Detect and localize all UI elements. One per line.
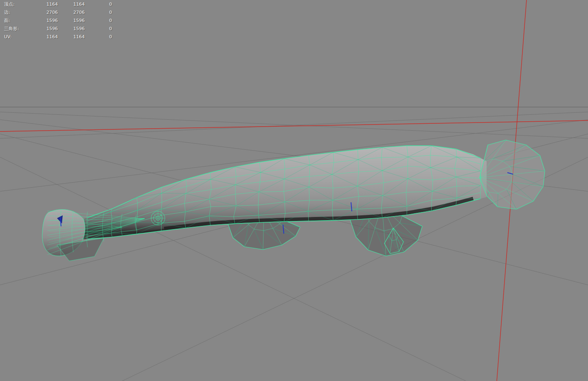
stats-count-visible: 2706 bbox=[58, 9, 85, 17]
fish-wireframe-model[interactable] bbox=[42, 140, 545, 261]
stats-row: 边:270627060 bbox=[4, 9, 112, 17]
stats-count-visible: 1596 bbox=[58, 17, 85, 25]
stats-label: 边: bbox=[4, 9, 37, 17]
stats-label: 三角形: bbox=[4, 25, 37, 33]
scene-svg bbox=[0, 0, 588, 381]
stats-row: 面:159615960 bbox=[4, 17, 112, 25]
stats-count-total: 1164 bbox=[37, 33, 58, 41]
stats-row: UV:116411640 bbox=[4, 33, 112, 41]
fish-eye bbox=[151, 211, 165, 225]
stats-count-total: 1596 bbox=[37, 25, 58, 33]
stats-label: 顶点: bbox=[4, 0, 37, 9]
stats-label: 面: bbox=[4, 17, 37, 25]
stats-count-visible: 1164 bbox=[58, 33, 85, 41]
stats-count-total: 1596 bbox=[37, 17, 58, 25]
stats-count-selected: 0 bbox=[85, 17, 112, 25]
stats-count-selected: 0 bbox=[85, 25, 112, 33]
stats-count-visible: 1164 bbox=[58, 0, 85, 9]
stats-label: UV: bbox=[4, 33, 37, 41]
tail-fin bbox=[480, 140, 545, 209]
stats-count-selected: 0 bbox=[85, 9, 112, 17]
stats-count-total: 1164 bbox=[37, 0, 58, 9]
stats-count-selected: 0 bbox=[85, 33, 112, 41]
3d-viewport[interactable]: 顶点:116411640边:270627060面:159615960三角形:15… bbox=[0, 0, 588, 381]
stats-row: 顶点:116411640 bbox=[4, 0, 112, 9]
stats-count-total: 2706 bbox=[37, 9, 58, 17]
stats-count-visible: 1596 bbox=[58, 25, 85, 33]
stats-count-selected: 0 bbox=[85, 0, 112, 9]
stats-overlay: 顶点:116411640边:270627060面:159615960三角形:15… bbox=[4, 0, 112, 41]
stats-row: 三角形:159615960 bbox=[4, 25, 112, 33]
